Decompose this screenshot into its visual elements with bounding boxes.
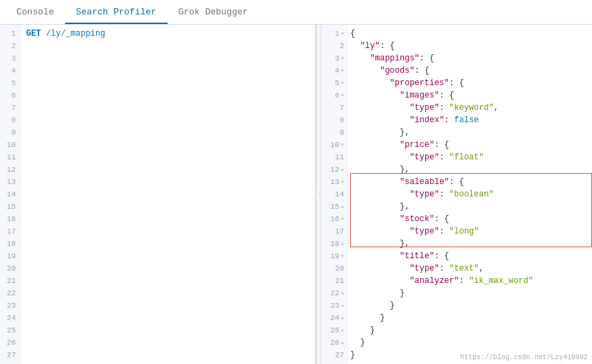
right-panel: 1▾ 2 3▾ 4▾ 5▾ 6▾ 7 8 9 10▾ 11 12▴ 13▾ 14… [321,25,592,364]
tab-bar: Console Search Profiler Grok Debugger [0,0,592,25]
editor-line-2 [26,40,310,52]
editor-line-7 [26,102,310,114]
tab-search-profiler[interactable]: Search Profiler [65,1,168,24]
output-line-13: "saleable": { [350,176,592,188]
output-line-18: }, [350,238,592,250]
output-line-22: } [350,287,592,299]
output-line-1: { [350,27,592,40]
left-panel: 1 2 3 4 5 6 7 8 9 10 11 12 13 14 15 16 1… [0,25,316,364]
editor-line-15 [26,201,310,213]
editor-line-20 [26,262,310,275]
editor-line-8 [26,114,310,126]
output-line-7: "type": "keyword", [350,102,592,114]
editor-line-14 [26,188,310,201]
editor-line-5 [26,77,310,89]
output-line-17: "type": "long" [350,225,592,238]
editor-line-22 [26,287,310,299]
output-line-10: "price": { [350,139,592,151]
output-line-15: }, [350,201,592,213]
output-line-26: } [350,337,592,349]
editor-line-12 [26,163,310,176]
watermark: https://blog.csdn.net/Lzy410992 [460,354,588,361]
output-display: { "ly": { "mappings": { "goods": { "prop… [348,25,592,364]
output-line-8: "index": false [350,114,592,126]
output-line-9: }, [350,126,592,139]
editor-line-16 [26,213,310,225]
output-line-14: "type": "boolean" [350,188,592,201]
editor-line-26 [26,337,310,349]
output-line-2: "ly": { [350,40,592,52]
output-line-20: "type": "text", [350,262,592,275]
output-line-12: }, [350,163,592,176]
resize-handle[interactable]: ⋮ [316,25,321,364]
editor-textarea[interactable]: GET /ly/_mapping [21,25,315,364]
output-line-21: "analyzer": "ik_max_word" [350,275,592,287]
editor-line-21 [26,275,310,287]
main-content: 1 2 3 4 5 6 7 8 9 10 11 12 13 14 15 16 1… [0,25,592,364]
output-line-4: "goods": { [350,65,592,77]
output-line-25: } [350,324,592,337]
editor-line-3 [26,52,310,65]
tab-grok-debugger[interactable]: Grok Debugger [168,1,259,24]
output-line-19: "title": { [350,250,592,262]
output-line-16: "stock": { [350,213,592,225]
editor-line-25 [26,324,310,337]
editor-line-23 [26,299,310,312]
editor-line-4 [26,65,310,77]
output-line-11: "type": "float" [350,151,592,163]
editor-line-1: GET /ly/_mapping [26,27,310,40]
editor-line-11 [26,151,310,163]
output-line-3: "mappings": { [350,52,592,65]
editor-line-9 [26,126,310,139]
editor-line-19 [26,250,310,262]
tab-console[interactable]: Console [5,1,65,24]
editor-line-6 [26,89,310,102]
editor-line-18 [26,238,310,250]
output-line-5: "properties": { [350,77,592,89]
left-line-numbers: 1 2 3 4 5 6 7 8 9 10 11 12 13 14 15 16 1… [0,25,21,364]
editor-line-24 [26,312,310,324]
output-line-24: } [350,312,592,324]
editor-line-10 [26,139,310,151]
editor-line-27 [26,349,310,361]
editor-line-13 [26,176,310,188]
output-line-23: } [350,299,592,312]
editor-line-17 [26,225,310,238]
right-line-numbers: 1▾ 2 3▾ 4▾ 5▾ 6▾ 7 8 9 10▾ 11 12▴ 13▾ 14… [321,25,348,364]
editor-line-28 [26,361,310,364]
output-line-6: "images": { [350,89,592,102]
